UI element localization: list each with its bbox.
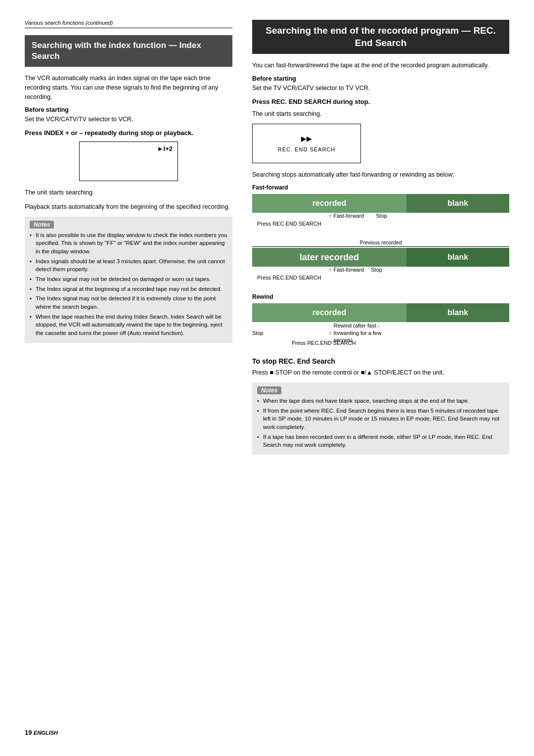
notes-box-left: Notes It is also possible to use the dis…	[25, 217, 232, 343]
tape-blank-1: blank	[406, 194, 509, 213]
press-rec-end-search: Press REC. END SEARCH during stop.	[252, 98, 509, 105]
tape-blank-3: blank	[406, 303, 509, 322]
unit-starts-left: The unit starts searching.	[25, 188, 232, 197]
tape-row-2: later recorded blank	[252, 248, 509, 266]
left-column: Various search functions (continued) Sea…	[25, 20, 232, 462]
left-title: Searching with the index function — Inde…	[32, 40, 225, 62]
playback-starts-left: Playback starts automatically from the b…	[25, 202, 232, 212]
note-item: When the tape reaches the end during Ind…	[30, 313, 227, 337]
right-column: Searching the end of the recorded progra…	[252, 20, 509, 462]
right-intro: You can fast-forward/rewind the tape at …	[252, 61, 509, 70]
diagram-fast-forward-2: later recorded blank ↑ Fast-forward Stop…	[252, 248, 509, 285]
tape-blank-2: blank	[406, 248, 509, 267]
section-header: Various search functions (continued)	[25, 20, 232, 28]
notes-list-left: It is also possible to use the display w…	[30, 231, 227, 337]
lcd-text-left: ►I+2	[157, 145, 173, 152]
fast-forward-text-2: Fast-forward	[334, 267, 364, 273]
note-item: It is also possible to use the display w…	[30, 231, 227, 256]
press-label-2: Press REC.END SEARCH	[257, 275, 321, 281]
stop-label-2: Stop	[371, 267, 382, 273]
searching-stops-text: Searching stops automatically after fast…	[252, 170, 509, 180]
to-stop-section: To stop REC. End Search Press ■ STOP on …	[252, 357, 509, 378]
lcd-arrow-right: ▶▶	[301, 135, 312, 142]
fast-forward-arrow-1: ↑	[329, 213, 332, 219]
previous-recorded-label: Previous recorded	[252, 239, 509, 245]
tape-row-1: recorded blank	[252, 194, 509, 212]
before-starting-text: Set the VCR/CATV/TV selector to VCR.	[25, 115, 232, 124]
press-instruction-left: Press INDEX + or – repeatedly during sto…	[25, 129, 232, 137]
fast-forward-label: Fast-forward	[252, 184, 509, 191]
note-item-right: When the tape does not have blank space,…	[257, 397, 504, 405]
to-stop-title: To stop REC. End Search	[252, 357, 509, 365]
stop-label-1: Stop	[376, 213, 387, 219]
tape-row-3: recorded blank	[252, 303, 509, 321]
tape-later-recorded: later recorded	[252, 248, 406, 267]
notes-title-right: Notes	[257, 386, 281, 394]
note-item: The Index signal may not be detected if …	[30, 294, 227, 311]
diagram-rewind: Rewind recorded blank ↑ Rewind (after fa…	[252, 293, 509, 349]
left-body1: The VCR automatically marks an index sig…	[25, 74, 232, 101]
tape-recorded-1: recorded	[252, 194, 406, 213]
tape-recorded-3: recorded	[252, 303, 406, 322]
note-item: The Index signal may not be detected on …	[30, 275, 227, 284]
note-item-right: If a tape has been recorded over in a di…	[257, 433, 504, 449]
note-item: Index signals should be at least 3 minut…	[30, 257, 227, 274]
note-item: The Index signal at the beginning of a r…	[30, 285, 227, 293]
press-label-3: Press REC.END SEARCH	[292, 340, 356, 346]
diagram-fast-forward-1: Fast-forward recorded blank ↑ Fast-forwa…	[252, 184, 509, 232]
to-stop-body: Press ■ STOP on the remote control or ■/…	[252, 368, 509, 378]
unit-starts-searching: The unit starts searching.	[252, 109, 509, 119]
lcd-label-right: REC. END SEARCH	[278, 146, 335, 152]
rewind-label: Rewind	[252, 293, 509, 300]
press-label-1: Press REC.END SEARCH	[257, 221, 321, 227]
notes-box-right: Notes When the tape does not have blank …	[252, 382, 509, 455]
right-before-starting-text: Set the TV VCR/CATV selector to TV VCR.	[252, 84, 509, 93]
stop-label-3: Stop	[252, 330, 264, 336]
right-section-title-box: Searching the end of the recorded progra…	[252, 20, 509, 54]
right-before-starting-label: Before starting	[252, 75, 509, 82]
right-title: Searching the end of the recorded progra…	[259, 25, 502, 49]
lcd-display-right: ▶▶ REC. END SEARCH	[252, 124, 361, 163]
rewind-arrow: ↑	[329, 330, 332, 336]
left-section-title-box: Searching with the index function — Inde…	[25, 35, 232, 67]
lcd-display-left: ►I+2	[79, 142, 178, 181]
fast-forward-arrow-2: ↑	[329, 267, 332, 273]
note-item-right: If from the point where REC. End Search …	[257, 407, 504, 431]
fast-forward-text-1: Fast-forward	[334, 213, 364, 219]
notes-title-left: Notes	[30, 221, 54, 229]
page-number: 19 ENGLISH	[25, 729, 58, 736]
before-starting-label: Before starting	[25, 106, 232, 113]
notes-list-right: When the tape does not have blank space,…	[257, 397, 504, 449]
